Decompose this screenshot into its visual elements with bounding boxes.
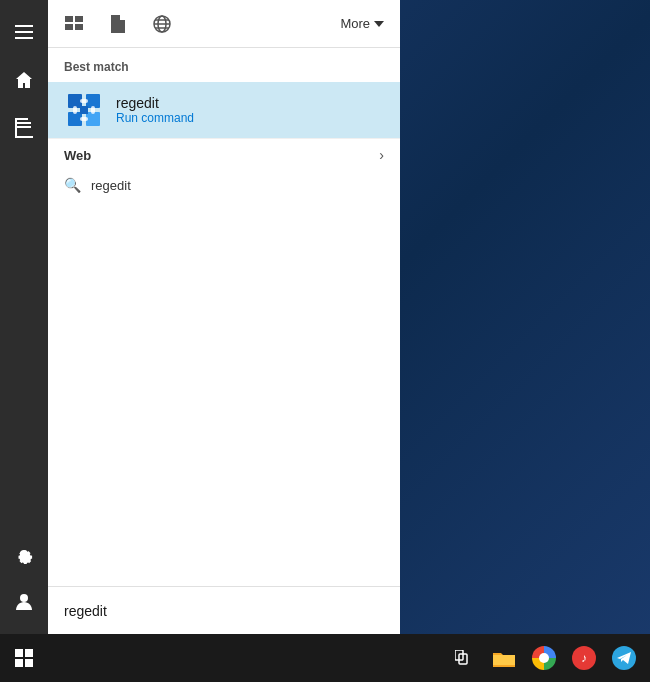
web-label: Web — [64, 148, 91, 163]
svg-rect-20 — [68, 112, 82, 126]
svg-rect-4 — [17, 122, 31, 124]
svg-rect-19 — [86, 94, 100, 108]
svg-point-8 — [20, 594, 28, 602]
regedit-subtitle: Run command — [116, 111, 194, 125]
telegram-button[interactable] — [606, 640, 642, 676]
web-section[interactable]: Web › — [48, 138, 400, 171]
search-bar — [48, 586, 400, 634]
svg-rect-12 — [75, 24, 83, 30]
sidebar-bottom — [0, 530, 48, 634]
search-input[interactable] — [64, 603, 384, 619]
svg-rect-2 — [15, 37, 33, 39]
svg-rect-6 — [15, 118, 17, 138]
hamburger-menu-button[interactable] — [0, 8, 48, 56]
search-glyph-icon: 🔍 — [64, 177, 81, 193]
sidebar — [0, 0, 48, 634]
results-content: Best match — [48, 48, 400, 586]
globe-tab[interactable] — [144, 6, 180, 42]
user-account-button[interactable] — [0, 578, 48, 626]
svg-rect-24 — [91, 106, 95, 114]
music-icon: ♪ — [572, 646, 596, 670]
taskbar: ♪ — [0, 634, 650, 682]
svg-rect-25 — [80, 117, 88, 121]
svg-rect-0 — [15, 25, 33, 27]
home-button[interactable] — [0, 56, 48, 104]
svg-rect-10 — [75, 16, 83, 22]
telegram-icon — [612, 646, 636, 670]
music-button[interactable]: ♪ — [566, 640, 602, 676]
svg-rect-9 — [65, 16, 73, 22]
chrome-button[interactable] — [526, 640, 562, 676]
svg-rect-7 — [15, 136, 33, 138]
svg-rect-11 — [65, 24, 73, 30]
grid-tab[interactable] — [56, 6, 92, 42]
svg-rect-21 — [86, 112, 100, 126]
start-button[interactable] — [0, 634, 48, 682]
top-tabs: More — [48, 0, 400, 48]
documents-button[interactable] — [0, 104, 48, 152]
search-results-panel: More Best match — [48, 0, 400, 634]
best-match-label: Best match — [48, 48, 400, 82]
regedit-result-item[interactable]: regedit Run command — [48, 82, 400, 138]
settings-button[interactable] — [0, 530, 48, 578]
windows-logo-icon — [15, 649, 33, 667]
svg-rect-18 — [68, 94, 82, 108]
web-search-item[interactable]: 🔍 regedit — [48, 171, 400, 199]
task-view-button[interactable] — [446, 640, 482, 676]
more-button[interactable]: More — [332, 12, 392, 35]
regedit-title: regedit — [116, 95, 194, 111]
taskbar-right: ♪ — [446, 640, 650, 676]
chrome-icon — [532, 646, 556, 670]
svg-rect-5 — [17, 126, 31, 128]
svg-rect-1 — [15, 31, 33, 33]
web-chevron-icon: › — [379, 147, 384, 163]
regedit-result-text: regedit Run command — [116, 95, 194, 125]
web-search-text: regedit — [91, 178, 131, 193]
svg-rect-26 — [80, 106, 88, 114]
svg-rect-3 — [17, 118, 28, 120]
svg-rect-22 — [80, 99, 88, 103]
file-explorer-button[interactable] — [486, 640, 522, 676]
more-label: More — [340, 16, 370, 31]
regedit-icon — [64, 90, 104, 130]
document-tab[interactable] — [100, 6, 136, 42]
start-menu: More Best match — [0, 0, 400, 634]
svg-rect-23 — [73, 106, 77, 114]
